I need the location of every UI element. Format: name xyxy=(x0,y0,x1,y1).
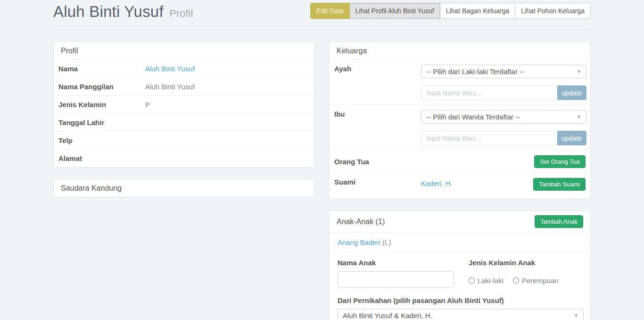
anak-anak-panel: Anak-Anak (1) Tambah Anak Anang Baderi (… xyxy=(329,211,591,320)
left-column: Profil Nama Aluh Binti Yusuf Nama Panggi… xyxy=(53,42,315,320)
ayah-update-button[interactable]: update xyxy=(557,85,586,100)
ayah-label: Ayah xyxy=(334,65,421,100)
radio-perempuan[interactable]: Perempuan xyxy=(513,277,559,285)
radio-perempuan-input[interactable] xyxy=(513,278,519,284)
chevron-down-icon: ▼ xyxy=(577,115,581,119)
table-row-nama-panggilan: Nama Panggilan Aluh Binti Yusuf xyxy=(54,77,314,95)
chevron-down-icon: ▼ xyxy=(574,313,578,318)
anak-anak-panel-header: Anak-Anak (1) Tambah Anak xyxy=(330,211,590,232)
ibu-update-button[interactable]: update xyxy=(557,131,586,145)
keluarga-panel-header: Keluarga xyxy=(330,42,590,59)
content-columns: Profil Nama Aluh Binti Yusuf Nama Panggi… xyxy=(53,42,591,320)
row-label: Nama xyxy=(58,65,145,73)
lihat-profil-button[interactable]: Lihat Profil Aluh Binti Yusuf xyxy=(350,3,440,19)
right-column: Keluarga Ayah -- Pilih dari Laki-laki Te… xyxy=(329,42,591,320)
row-label: Alamat xyxy=(58,154,145,162)
nama-anak-input[interactable] xyxy=(338,271,454,288)
tambah-suami-button[interactable]: Tambah Suami xyxy=(533,178,586,191)
page-header: Aluh Binti Yusuf Profil Edit Data Lihat … xyxy=(53,0,591,30)
form-left: Nama Anak xyxy=(338,259,469,288)
set-orang-tua-button[interactable]: Set Orang Tua xyxy=(534,155,586,168)
child-name-link[interactable]: Anang Baderi xyxy=(338,238,380,246)
title-wrap: Aluh Binti Yusuf Profil xyxy=(53,2,193,24)
form-right: Jenis Kelamin Anak Laki-laki Perempuan xyxy=(469,259,582,288)
ibu-input-group: update xyxy=(421,131,586,145)
radio-laki-laki-label: Laki-laki xyxy=(478,277,504,285)
edit-data-button[interactable]: Edit Data xyxy=(310,3,350,19)
ayah-controls: -- Pilih dari Laki-laki Terdaftar -- ▼ u… xyxy=(421,65,586,100)
profil-panel-header: Profil xyxy=(54,42,314,59)
pernikahan-select-value: Aluh Binti Yusuf & Kaderi, H. xyxy=(343,312,432,320)
chevron-down-icon: ▼ xyxy=(577,69,581,74)
table-row-alamat: Alamat xyxy=(54,149,314,167)
anak-anak-panel-title: Anak-Anak (1) xyxy=(337,218,385,226)
orang-tua-label: Orang Tua xyxy=(334,158,421,166)
profil-panel: Profil Nama Aluh Binti Yusuf Nama Panggi… xyxy=(53,42,315,168)
suami-label: Suami xyxy=(334,178,421,186)
keluarga-panel-title: Keluarga xyxy=(337,47,367,55)
saudara-kandung-panel-title: Saudara Kandung xyxy=(61,184,122,193)
table-row-telp: Telp xyxy=(54,131,314,149)
tambah-anak-header-button[interactable]: Tambah Anak xyxy=(535,215,583,228)
ibu-select[interactable]: -- Pilih dari Wanita Terdaftar -- ▼ xyxy=(421,110,586,124)
row-label: Nama Panggilan xyxy=(58,83,145,91)
orang-tua-row: Orang Tua Set Orang Tua xyxy=(330,150,590,173)
add-child-form: Nama Anak Jenis Kelamin Anak Laki-laki xyxy=(330,252,590,320)
ayah-input-group: update xyxy=(421,85,586,100)
child-gender-suffix: (L) xyxy=(380,238,391,246)
jenis-kelamin-anak-label: Jenis Kelamin Anak xyxy=(469,259,582,267)
keluarga-panel: Keluarga Ayah -- Pilih dari Laki-laki Te… xyxy=(329,42,591,199)
nama-link[interactable]: Aluh Binti Yusuf xyxy=(145,65,195,73)
row-label: Telp xyxy=(58,136,145,144)
ibu-controls: -- Pilih dari Wanita Terdaftar -- ▼ upda… xyxy=(421,110,586,145)
table-row-tanggal-lahir: Tanggal Lahir xyxy=(54,113,314,131)
child-list-item: Anang Baderi (L) xyxy=(330,232,590,252)
row-label: Jenis Kelamin xyxy=(58,101,145,109)
lihat-bagan-keluarga-button[interactable]: Lihat Bagan Keluarga xyxy=(440,3,516,19)
suami-link[interactable]: Kaderi, H. xyxy=(421,178,453,187)
lihat-pohon-keluarga-button[interactable]: Lihat Pohon Keluarga xyxy=(515,3,591,19)
table-row-jenis-kelamin: Jenis Kelamin P xyxy=(54,95,314,113)
form-grid: Nama Anak Jenis Kelamin Anak Laki-laki xyxy=(338,259,582,288)
ibu-new-name-input[interactable] xyxy=(421,131,557,145)
ayah-select[interactable]: -- Pilih dari Laki-laki Terdaftar -- ▼ xyxy=(421,65,586,78)
radio-perempuan-label: Perempuan xyxy=(522,277,559,285)
row-value: P xyxy=(145,101,150,109)
ayah-row: Ayah -- Pilih dari Laki-laki Terdaftar -… xyxy=(330,59,590,105)
gender-radio-group: Laki-laki Perempuan xyxy=(469,277,582,285)
row-label: Tanggal Lahir xyxy=(58,118,145,126)
page-subtitle: Profil xyxy=(169,8,193,19)
dari-pernikahan-label: Dari Pernikahan (pilih pasangan Aluh Bin… xyxy=(338,296,582,304)
suami-row: Suami Kaderi, H. Tambah Suami xyxy=(330,173,590,199)
table-row-nama: Nama Aluh Binti Yusuf xyxy=(54,59,314,77)
saudara-kandung-panel: Saudara Kandung xyxy=(53,179,315,197)
page-container: Aluh Binti Yusuf Profil Edit Data Lihat … xyxy=(53,0,591,320)
ibu-label: Ibu xyxy=(334,110,421,145)
ibu-row: Ibu -- Pilih dari Wanita Terdaftar -- ▼ … xyxy=(330,105,590,150)
saudara-kandung-panel-header: Saudara Kandung xyxy=(54,179,314,197)
row-value: Aluh Binti Yusuf xyxy=(145,83,195,91)
page-title: Aluh Binti Yusuf xyxy=(53,3,164,20)
profil-panel-title: Profil xyxy=(61,47,78,55)
pernikahan-select[interactable]: Aluh Binti Yusuf & Kaderi, H. ▼ xyxy=(338,309,584,320)
radio-laki-laki-input[interactable] xyxy=(469,278,475,284)
ayah-new-name-input[interactable] xyxy=(421,85,557,100)
view-mode-button-group: Edit Data Lihat Profil Aluh Binti Yusuf … xyxy=(310,3,591,19)
ayah-select-value: -- Pilih dari Laki-laki Terdaftar -- xyxy=(426,67,524,76)
nama-anak-label: Nama Anak xyxy=(338,259,469,267)
radio-laki-laki[interactable]: Laki-laki xyxy=(469,277,504,285)
ibu-select-value: -- Pilih dari Wanita Terdaftar -- xyxy=(426,113,520,121)
